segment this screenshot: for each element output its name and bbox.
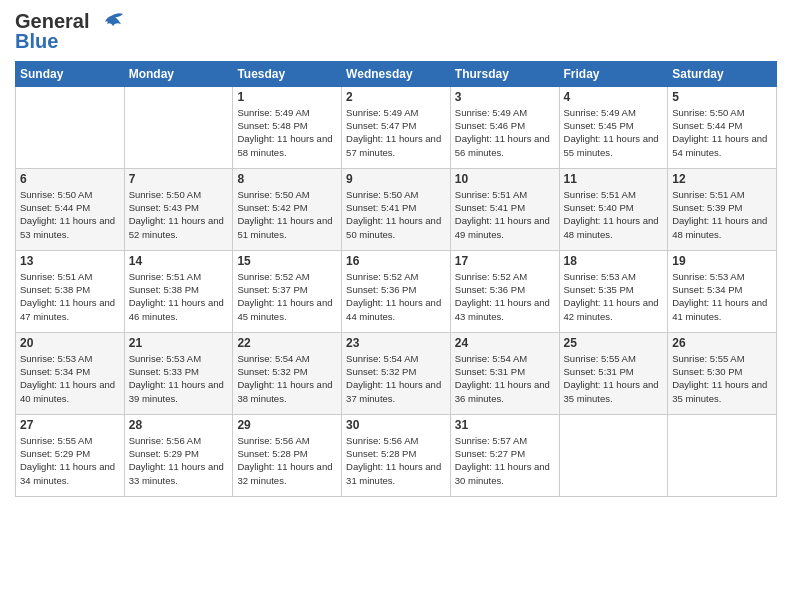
calendar-cell: 17Sunrise: 5:52 AMSunset: 5:36 PMDayligh… — [450, 250, 559, 332]
day-info: Sunrise: 5:49 AMSunset: 5:48 PMDaylight:… — [237, 106, 337, 159]
calendar-cell: 25Sunrise: 5:55 AMSunset: 5:31 PMDayligh… — [559, 332, 668, 414]
week-row-2: 6Sunrise: 5:50 AMSunset: 5:44 PMDaylight… — [16, 168, 777, 250]
day-info: Sunrise: 5:54 AMSunset: 5:32 PMDaylight:… — [346, 352, 446, 405]
day-number: 12 — [672, 172, 772, 186]
calendar-cell: 10Sunrise: 5:51 AMSunset: 5:41 PMDayligh… — [450, 168, 559, 250]
day-info: Sunrise: 5:53 AMSunset: 5:33 PMDaylight:… — [129, 352, 229, 405]
day-number: 10 — [455, 172, 555, 186]
day-header-sunday: Sunday — [16, 61, 125, 86]
day-info: Sunrise: 5:49 AMSunset: 5:46 PMDaylight:… — [455, 106, 555, 159]
day-number: 6 — [20, 172, 120, 186]
day-info: Sunrise: 5:51 AMSunset: 5:38 PMDaylight:… — [20, 270, 120, 323]
day-number: 5 — [672, 90, 772, 104]
calendar-cell: 30Sunrise: 5:56 AMSunset: 5:28 PMDayligh… — [342, 414, 451, 496]
day-info: Sunrise: 5:51 AMSunset: 5:40 PMDaylight:… — [564, 188, 664, 241]
calendar-cell — [124, 86, 233, 168]
calendar-cell: 24Sunrise: 5:54 AMSunset: 5:31 PMDayligh… — [450, 332, 559, 414]
calendar-cell: 19Sunrise: 5:53 AMSunset: 5:34 PMDayligh… — [668, 250, 777, 332]
day-info: Sunrise: 5:52 AMSunset: 5:36 PMDaylight:… — [455, 270, 555, 323]
day-info: Sunrise: 5:53 AMSunset: 5:34 PMDaylight:… — [20, 352, 120, 405]
logo-blue: Blue — [15, 30, 58, 53]
days-header-row: SundayMondayTuesdayWednesdayThursdayFrid… — [16, 61, 777, 86]
day-info: Sunrise: 5:54 AMSunset: 5:32 PMDaylight:… — [237, 352, 337, 405]
day-info: Sunrise: 5:55 AMSunset: 5:31 PMDaylight:… — [564, 352, 664, 405]
day-number: 14 — [129, 254, 229, 268]
day-info: Sunrise: 5:55 AMSunset: 5:30 PMDaylight:… — [672, 352, 772, 405]
week-row-1: 1Sunrise: 5:49 AMSunset: 5:48 PMDaylight… — [16, 86, 777, 168]
calendar-cell: 14Sunrise: 5:51 AMSunset: 5:38 PMDayligh… — [124, 250, 233, 332]
day-number: 30 — [346, 418, 446, 432]
day-number: 18 — [564, 254, 664, 268]
day-info: Sunrise: 5:50 AMSunset: 5:41 PMDaylight:… — [346, 188, 446, 241]
day-number: 9 — [346, 172, 446, 186]
calendar-cell: 5Sunrise: 5:50 AMSunset: 5:44 PMDaylight… — [668, 86, 777, 168]
day-info: Sunrise: 5:54 AMSunset: 5:31 PMDaylight:… — [455, 352, 555, 405]
day-info: Sunrise: 5:49 AMSunset: 5:47 PMDaylight:… — [346, 106, 446, 159]
calendar-cell: 3Sunrise: 5:49 AMSunset: 5:46 PMDaylight… — [450, 86, 559, 168]
calendar-cell: 27Sunrise: 5:55 AMSunset: 5:29 PMDayligh… — [16, 414, 125, 496]
day-number: 4 — [564, 90, 664, 104]
day-info: Sunrise: 5:51 AMSunset: 5:39 PMDaylight:… — [672, 188, 772, 241]
day-number: 11 — [564, 172, 664, 186]
day-info: Sunrise: 5:53 AMSunset: 5:34 PMDaylight:… — [672, 270, 772, 323]
calendar-cell: 28Sunrise: 5:56 AMSunset: 5:29 PMDayligh… — [124, 414, 233, 496]
week-row-3: 13Sunrise: 5:51 AMSunset: 5:38 PMDayligh… — [16, 250, 777, 332]
day-number: 2 — [346, 90, 446, 104]
calendar-cell: 7Sunrise: 5:50 AMSunset: 5:43 PMDaylight… — [124, 168, 233, 250]
logo-bird-icon — [97, 12, 125, 34]
day-info: Sunrise: 5:56 AMSunset: 5:29 PMDaylight:… — [129, 434, 229, 487]
day-header-saturday: Saturday — [668, 61, 777, 86]
day-info: Sunrise: 5:55 AMSunset: 5:29 PMDaylight:… — [20, 434, 120, 487]
calendar-table: SundayMondayTuesdayWednesdayThursdayFrid… — [15, 61, 777, 497]
day-number: 25 — [564, 336, 664, 350]
day-info: Sunrise: 5:53 AMSunset: 5:35 PMDaylight:… — [564, 270, 664, 323]
calendar-cell: 2Sunrise: 5:49 AMSunset: 5:47 PMDaylight… — [342, 86, 451, 168]
calendar-cell — [16, 86, 125, 168]
day-info: Sunrise: 5:50 AMSunset: 5:42 PMDaylight:… — [237, 188, 337, 241]
day-number: 22 — [237, 336, 337, 350]
day-info: Sunrise: 5:50 AMSunset: 5:44 PMDaylight:… — [20, 188, 120, 241]
day-header-friday: Friday — [559, 61, 668, 86]
calendar-cell: 12Sunrise: 5:51 AMSunset: 5:39 PMDayligh… — [668, 168, 777, 250]
calendar-cell: 15Sunrise: 5:52 AMSunset: 5:37 PMDayligh… — [233, 250, 342, 332]
day-number: 17 — [455, 254, 555, 268]
day-number: 20 — [20, 336, 120, 350]
day-info: Sunrise: 5:56 AMSunset: 5:28 PMDaylight:… — [237, 434, 337, 487]
day-number: 24 — [455, 336, 555, 350]
day-header-tuesday: Tuesday — [233, 61, 342, 86]
calendar-cell: 18Sunrise: 5:53 AMSunset: 5:35 PMDayligh… — [559, 250, 668, 332]
calendar-cell: 23Sunrise: 5:54 AMSunset: 5:32 PMDayligh… — [342, 332, 451, 414]
day-number: 29 — [237, 418, 337, 432]
day-number: 7 — [129, 172, 229, 186]
calendar-cell: 13Sunrise: 5:51 AMSunset: 5:38 PMDayligh… — [16, 250, 125, 332]
logo: General Blue — [15, 10, 125, 53]
calendar-cell: 4Sunrise: 5:49 AMSunset: 5:45 PMDaylight… — [559, 86, 668, 168]
calendar-cell: 20Sunrise: 5:53 AMSunset: 5:34 PMDayligh… — [16, 332, 125, 414]
day-header-monday: Monday — [124, 61, 233, 86]
day-info: Sunrise: 5:50 AMSunset: 5:44 PMDaylight:… — [672, 106, 772, 159]
day-number: 26 — [672, 336, 772, 350]
calendar-cell: 29Sunrise: 5:56 AMSunset: 5:28 PMDayligh… — [233, 414, 342, 496]
day-number: 8 — [237, 172, 337, 186]
calendar-cell: 31Sunrise: 5:57 AMSunset: 5:27 PMDayligh… — [450, 414, 559, 496]
day-header-thursday: Thursday — [450, 61, 559, 86]
day-info: Sunrise: 5:49 AMSunset: 5:45 PMDaylight:… — [564, 106, 664, 159]
calendar-cell: 16Sunrise: 5:52 AMSunset: 5:36 PMDayligh… — [342, 250, 451, 332]
calendar-cell: 9Sunrise: 5:50 AMSunset: 5:41 PMDaylight… — [342, 168, 451, 250]
day-info: Sunrise: 5:51 AMSunset: 5:38 PMDaylight:… — [129, 270, 229, 323]
calendar-cell — [668, 414, 777, 496]
calendar-cell — [559, 414, 668, 496]
header: General Blue — [15, 10, 777, 53]
day-number: 19 — [672, 254, 772, 268]
calendar-cell: 11Sunrise: 5:51 AMSunset: 5:40 PMDayligh… — [559, 168, 668, 250]
day-number: 3 — [455, 90, 555, 104]
calendar-cell: 26Sunrise: 5:55 AMSunset: 5:30 PMDayligh… — [668, 332, 777, 414]
day-info: Sunrise: 5:50 AMSunset: 5:43 PMDaylight:… — [129, 188, 229, 241]
calendar-cell: 1Sunrise: 5:49 AMSunset: 5:48 PMDaylight… — [233, 86, 342, 168]
day-info: Sunrise: 5:57 AMSunset: 5:27 PMDaylight:… — [455, 434, 555, 487]
week-row-5: 27Sunrise: 5:55 AMSunset: 5:29 PMDayligh… — [16, 414, 777, 496]
day-info: Sunrise: 5:52 AMSunset: 5:36 PMDaylight:… — [346, 270, 446, 323]
day-number: 27 — [20, 418, 120, 432]
day-number: 21 — [129, 336, 229, 350]
day-number: 23 — [346, 336, 446, 350]
